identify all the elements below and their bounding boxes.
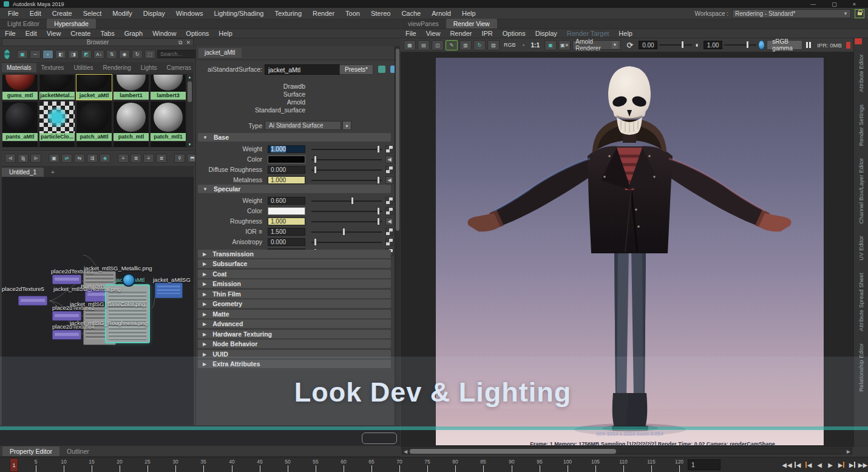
main-menu-modify[interactable]: Modify bbox=[107, 10, 137, 17]
render-view-menu-help[interactable]: Help bbox=[614, 30, 637, 37]
node-graph-canvas[interactable]: place2dTexture3jacket_mtlSG_Metallic.png… bbox=[2, 177, 194, 425]
refresh-render-icon[interactable]: ⟳ bbox=[623, 41, 637, 50]
ipr-render-icon[interactable]: ✎ bbox=[446, 40, 458, 50]
chevron-down-icon[interactable]: ▼ bbox=[342, 121, 351, 130]
value-field[interactable]: 1.000 bbox=[268, 217, 305, 225]
node-place2dTexture3[interactable] bbox=[52, 275, 81, 284]
scroll-left-icon[interactable]: ◀ bbox=[404, 448, 407, 455]
main-menu-toon[interactable]: Toon bbox=[340, 10, 365, 17]
map-texture-icon[interactable] bbox=[385, 228, 393, 236]
render-region-icon[interactable]: ▨ bbox=[487, 40, 500, 50]
scrollbar-thumb[interactable] bbox=[188, 81, 192, 102]
material-swatch-lambert3[interactable]: lambert3 bbox=[150, 74, 186, 100]
value-field[interactable]: 0.000 bbox=[268, 166, 305, 174]
main-menu-arnold[interactable]: Arnold bbox=[426, 10, 456, 17]
render-view-menu-file[interactable]: File bbox=[401, 30, 421, 37]
alpha-channel-icon[interactable]: ◔ bbox=[520, 42, 526, 49]
main-menu-edit[interactable]: Edit bbox=[24, 10, 47, 17]
value-field[interactable]: 1.500 bbox=[268, 228, 305, 236]
section-header-geometry[interactable]: ▶Geometry bbox=[198, 299, 391, 308]
map-texture-icon[interactable] bbox=[385, 207, 393, 215]
hypershade-menu-edit[interactable]: Edit bbox=[21, 30, 42, 37]
value-field[interactable]: 1.000 bbox=[268, 145, 305, 153]
render-view-hscrollbar[interactable]: ◀ ▶ bbox=[402, 448, 852, 454]
node-jacket-aMtl[interactable] bbox=[105, 284, 150, 343]
clear-graph-icon[interactable]: ▣ bbox=[49, 154, 59, 163]
input-output-connections-icon[interactable]: ⧎ bbox=[18, 154, 29, 163]
render-view-menu-ipr[interactable]: IPR bbox=[476, 30, 497, 37]
snapshot-icon[interactable]: ◫ bbox=[432, 40, 444, 50]
output-connections-icon[interactable]: ⊳ bbox=[30, 154, 41, 163]
value-field[interactable]: 0.600 bbox=[268, 197, 305, 205]
panel-horizontal-scrollbar[interactable] bbox=[362, 433, 397, 444]
lock-workspace-button[interactable] bbox=[855, 9, 864, 18]
section-header-coat[interactable]: ▶Coat bbox=[198, 270, 391, 278]
swatch-small-icon[interactable] bbox=[378, 66, 385, 73]
dash-icon[interactable]: ─ bbox=[30, 50, 41, 59]
section-header-thin-film[interactable]: ▶Thin Film bbox=[198, 290, 391, 298]
side-tab-render-settings[interactable]: Render Settings bbox=[858, 104, 864, 146]
tab-render-view[interactable]: Render View bbox=[446, 19, 497, 29]
previous-key-icon[interactable]: ◀ bbox=[804, 459, 813, 471]
main-menu-select[interactable]: Select bbox=[78, 10, 107, 17]
open-render-view-icon[interactable]: ▤ bbox=[418, 40, 430, 50]
material-swatch-patch-aMtl[interactable]: patch_aMtl bbox=[76, 101, 112, 142]
render-sequence-icon[interactable]: ▥ bbox=[459, 40, 472, 50]
go-to-end-icon[interactable]: ▶▶ bbox=[858, 459, 868, 471]
rearrange-icon[interactable]: ⇶ bbox=[87, 154, 98, 163]
add-to-graph-icon[interactable]: ⇄ bbox=[61, 154, 72, 163]
slider-handle[interactable] bbox=[314, 156, 317, 163]
swatch-frame-icon[interactable]: ▣ bbox=[17, 50, 28, 59]
slider-handle[interactable] bbox=[342, 228, 345, 236]
close-icon[interactable]: ✕ bbox=[186, 39, 191, 46]
type-dropdown[interactable]: Ai Standard Surface bbox=[265, 121, 341, 130]
hypershade-menu-options[interactable]: Options bbox=[181, 30, 214, 37]
rgb-channel-button[interactable]: RGB bbox=[501, 42, 518, 48]
pin-icon[interactable]: ◉ bbox=[119, 50, 130, 59]
material-swatch-circle[interactable] bbox=[122, 273, 135, 287]
connection-arrow-icon[interactable]: ◀ bbox=[385, 176, 393, 184]
render-view-menu-render-target[interactable]: Render Target bbox=[562, 30, 614, 37]
color-swatch[interactable] bbox=[268, 156, 305, 163]
slider-handle[interactable] bbox=[377, 207, 380, 215]
section-header-uuid[interactable]: ▶UUID bbox=[198, 350, 391, 358]
play-backward-icon[interactable]: ◀ bbox=[815, 459, 824, 471]
slider-handle[interactable] bbox=[314, 166, 317, 174]
main-menu-cache[interactable]: Cache bbox=[396, 10, 426, 17]
connection-arrow-icon[interactable]: ◀ bbox=[385, 217, 393, 225]
property-editor-node-tab[interactable]: jacket_aMtl bbox=[198, 48, 242, 58]
section-header-advanced[interactable]: ▶Advanced bbox=[198, 320, 391, 328]
layout-rows-3-icon[interactable]: ≡ bbox=[143, 154, 154, 163]
time-slider[interactable]: 5101520253035404550556065707580859095100… bbox=[0, 457, 868, 472]
remove-from-graph-icon[interactable]: ⇆ bbox=[74, 154, 85, 163]
small-swatch-icon[interactable]: ◧ bbox=[55, 50, 66, 59]
value-field[interactable]: 0.000 bbox=[268, 238, 305, 246]
attribute-slider[interactable] bbox=[311, 176, 382, 184]
stop-render-icon[interactable] bbox=[855, 38, 862, 44]
scrollbar-thumb[interactable] bbox=[396, 49, 399, 231]
material-swatch-jacket-aMtl[interactable]: jacket_aMtl bbox=[76, 74, 112, 100]
material-swatch-pants-aMtl[interactable]: pants_aMtl bbox=[2, 101, 38, 142]
side-tab-channel-box-layer-editor[interactable]: Channel Box/Layer Editor bbox=[858, 158, 864, 224]
connection-arrow-icon[interactable]: ◀ bbox=[385, 156, 393, 163]
material-swatch-patch-mtl[interactable]: patch_mtl bbox=[113, 101, 149, 142]
material-swatch-gums-mtl[interactable]: gums_mtl bbox=[2, 74, 38, 100]
add-graph-tab-button[interactable]: + bbox=[44, 168, 62, 177]
attribute-slider[interactable] bbox=[311, 166, 382, 174]
category-tab-rendering[interactable]: Rendering bbox=[98, 63, 136, 72]
node-place2dTexture4[interactable] bbox=[52, 330, 81, 340]
play-forward-icon[interactable]: ▶ bbox=[826, 459, 835, 471]
attribute-slider[interactable] bbox=[311, 207, 382, 215]
material-swatch-lambert1[interactable]: lambert1 bbox=[113, 74, 149, 100]
renderer-dropdown[interactable]: Arnold Renderer▼ bbox=[572, 40, 621, 50]
category-tab-utilities[interactable]: Utilities bbox=[69, 63, 98, 72]
step-back-icon[interactable]: ◀ bbox=[793, 459, 802, 471]
color-management-icon[interactable] bbox=[758, 40, 765, 50]
workspace-dropdown[interactable]: Rendering - Standard*▼ bbox=[732, 9, 851, 18]
marquee-icon[interactable]: ⬚ bbox=[144, 50, 155, 59]
hypershade-menu-tabs[interactable]: Tabs bbox=[95, 30, 119, 37]
slider-handle[interactable] bbox=[746, 41, 749, 49]
attribute-slider[interactable] bbox=[311, 228, 382, 236]
hypershade-menu-file[interactable]: File bbox=[0, 30, 21, 37]
bottom-tab-property-editor[interactable]: Property Editor bbox=[2, 446, 59, 456]
